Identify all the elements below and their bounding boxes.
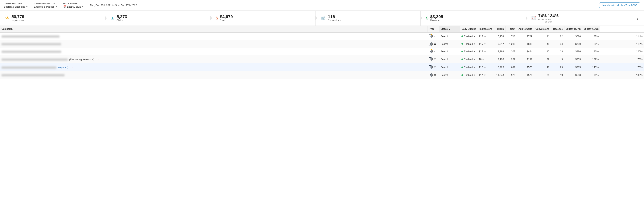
tag-icon: 🏷 — [434, 42, 436, 46]
table-row: blurred name four text (Remaining Keywor… — [0, 55, 644, 63]
blurred-campaign-name: blurred campaign name three with some ex… — [2, 51, 61, 53]
status-dropdown[interactable]: ▼ — [474, 58, 476, 60]
edit-budget-icon[interactable]: ✏ — [484, 74, 486, 76]
campaign-type-select[interactable]: Search & Shopping ▼ — [4, 5, 28, 8]
col-daily-budget: Daily Budget — [460, 26, 477, 32]
status-group: Enabled ▼ — [462, 58, 476, 61]
acos-58day-cell: 103% — [600, 71, 644, 79]
budget-group: $15 ✏ — [479, 35, 492, 38]
daily-budget-cell: $12 ✏ — [477, 63, 494, 71]
campaign-name-cell: blurred campaign five link text Keyword)… — [0, 63, 428, 71]
clicks-cell: 699 — [506, 63, 517, 71]
edit-budget-icon[interactable]: ✏ — [484, 66, 486, 69]
info-icon[interactable]: ℹ — [432, 58, 433, 61]
status-dropdown[interactable]: ▼ — [474, 43, 476, 45]
campaigns-table-container: Campaign Type Status ▲ Daily Budget Impr… — [0, 26, 644, 79]
amazon-icon: a — [429, 58, 432, 61]
roas-value: 74% — [538, 13, 547, 18]
edit-budget-icon[interactable]: ✏ — [484, 50, 486, 53]
status-text: Enabled — [464, 74, 473, 76]
status-dropdown[interactable]: ▼ — [474, 50, 476, 52]
campaign-name-cell: blurred name four text (Remaining Keywor… — [0, 55, 428, 63]
col-impressions: Impressions — [477, 26, 494, 32]
date-range-value: Last 60 days — [67, 5, 81, 8]
campaign-icons-cell: a ℹ 🏷 — [428, 55, 439, 63]
blurred-campaign-name: blurred campaign name one long text here… — [2, 36, 60, 38]
status-group: Enabled ▼ — [462, 74, 476, 76]
status-group: Enabled ▼ — [462, 50, 476, 53]
date-range-display: Thu, Dec 30th 2021 to Sun, Feb 27th 2022 — [90, 4, 137, 7]
add-to-carts-cell: 48 — [534, 40, 551, 48]
learn-acos-button[interactable]: Learn how to calculate Total ACOS — [599, 2, 640, 8]
col-clicks: Clicks — [494, 26, 506, 32]
filters-bar: Campaign Type Search & Shopping ▼ Campai… — [0, 0, 644, 11]
acos-58day-cell: 120% — [600, 48, 644, 55]
kebab-menu[interactable]: ⋮ — [631, 11, 644, 26]
status-dot — [462, 66, 463, 68]
edit-budget-icon[interactable]: ✏ — [484, 42, 486, 45]
info-icon[interactable]: ℹ — [432, 42, 433, 45]
campaign-status-label: Campaign Status — [34, 2, 57, 4]
chevron-down-icon: ▼ — [55, 6, 57, 8]
acos-58day-cell: 70% — [600, 63, 644, 71]
edit-budget-icon[interactable]: ✏ — [484, 35, 486, 38]
campaign-name-cell: blurred campaign name three with some ex… — [0, 48, 428, 55]
kebab-icon[interactable]: ⋮ — [634, 16, 641, 20]
campaign-status-select[interactable]: Enabled & Paused ▼ — [34, 5, 57, 8]
campaign-icons-cell: a ℹ 🏷 — [428, 32, 439, 40]
campaign-suffix[interactable]: Keyword) — [57, 66, 68, 69]
revenue-cell: $785 — [564, 63, 582, 71]
date-range-select[interactable]: 📅 Last 60 days ▼ — [63, 5, 84, 8]
revenue-cell: $380 — [564, 48, 582, 55]
campaign-name-cell: blurred campaign name two medium length … — [0, 40, 428, 48]
campaign-icons-cell: a ℹ 🏷 — [428, 63, 439, 71]
info-icon[interactable]: ℹ — [432, 74, 433, 77]
status-dropdown[interactable]: ▼ — [474, 66, 476, 68]
col-type: Type — [428, 26, 439, 32]
col-conversions: Conversions — [534, 26, 551, 32]
metrics-bar: 👁 50,779 Impressions ▲ 5,273 Clicks $ $4… — [0, 11, 644, 26]
metric-cost: $ $4,679 Cost — [210, 11, 316, 26]
cost-cell: $199 — [517, 55, 534, 63]
date-range-filter: Date Range 📅 Last 60 days ▼ — [63, 2, 84, 8]
cost-label: Cost — [220, 19, 233, 22]
info-icon[interactable]: ℹ — [432, 35, 433, 38]
budget-value: $6 — [479, 58, 482, 61]
status-dot — [462, 58, 463, 60]
table-row: blurred campaign name three with some ex… — [0, 48, 644, 55]
clicks-cell: 262 — [506, 55, 517, 63]
impressions-cell: 9,017 — [494, 40, 506, 48]
calendar-icon: 📅 — [63, 5, 66, 8]
add-to-carts-cell: 22 — [534, 55, 551, 63]
campaign-status-value: Enabled & Paused — [34, 5, 54, 8]
sort-asc-icon: ▲ — [449, 28, 450, 30]
clicks-cell: 1,235 — [506, 40, 517, 48]
col-status[interactable]: Status ▲ — [439, 26, 460, 32]
clicks-cell: 928 — [506, 71, 517, 79]
campaign-status-cell: Enabled ▼ — [460, 63, 477, 71]
revenue-icon: $ — [426, 16, 428, 20]
info-icon[interactable]: ℹ — [432, 50, 433, 53]
clicks-cell: 307 — [506, 48, 517, 55]
status-text: Enabled — [464, 35, 473, 38]
info-icon[interactable]: ℹ — [432, 66, 433, 69]
revenue-cell: $730 — [564, 40, 582, 48]
acos-58day-cell: 114% — [600, 32, 644, 40]
metric-roas-acos: 📈 74% 134% ROAS ACOS 58-Day — [526, 11, 631, 26]
amazon-icon: a — [429, 66, 432, 69]
campaign-status-cell: Enabled ▼ — [460, 32, 477, 40]
icons-group: a ℹ 🏷 — [429, 58, 438, 61]
budget-group: $6 ✏ — [479, 58, 492, 61]
status-dropdown[interactable]: ▼ — [474, 74, 476, 76]
campaign-icons-cell: a ℹ 🏷 — [428, 48, 439, 55]
blurred-campaign-name: blurred campaign five link text Keyword) — [2, 66, 56, 69]
conversions-value: 116 — [328, 14, 341, 19]
table-header-row: Campaign Type Status ▲ Daily Budget Impr… — [0, 26, 644, 32]
campaign-name-cell: blurred campaign name one long text here… — [0, 32, 428, 40]
status-dot — [462, 51, 463, 52]
budget-value: $12 — [479, 66, 483, 69]
status-dropdown[interactable]: ▼ — [474, 35, 476, 37]
col-roas-58: 58-Day ROAS — [564, 26, 582, 32]
edit-budget-icon[interactable]: ✏ — [482, 58, 484, 61]
campaign-type-label: Campaign Type — [4, 2, 28, 4]
